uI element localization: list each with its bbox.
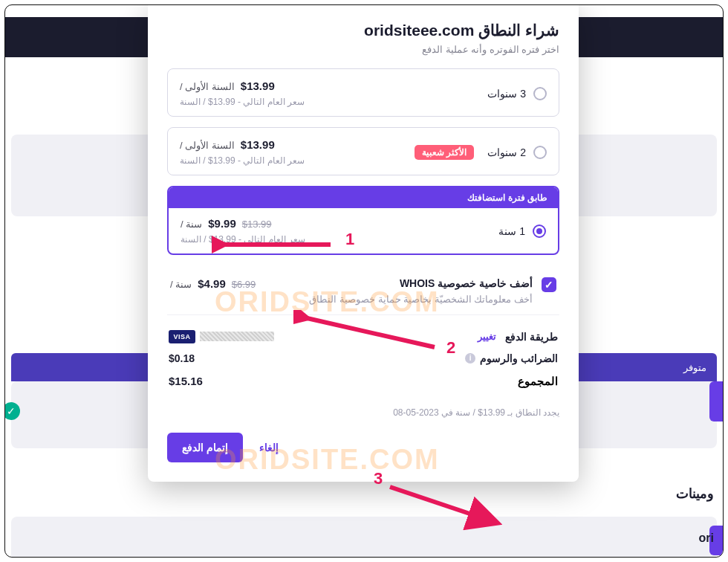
renewal-note: يجدد النطاق بـ 13.99$ / سنة في 2023-05-0… [167, 407, 559, 418]
modal-actions: إلغاء إتمام الدفع [167, 433, 559, 462]
payment-method-row: طريقة الدفع تغيير VISA [167, 326, 559, 348]
plan-price: $13.99 [241, 80, 275, 92]
plan-option-1yr[interactable]: طابق فترة استضافتك 1 سنة $13.99 $9.99 سن… [167, 186, 559, 255]
modal-subtitle: اختر فتره الفوتره وأنه عملية الدفع [167, 44, 559, 55]
plan-old-price: $13.99 [242, 219, 272, 230]
whois-privacy-addon: أضف خاصية خصوصية WHOIS أخف معلوماتك الشخ… [167, 265, 559, 315]
background-label: ومينات [676, 485, 714, 502]
plan-price: $9.99 [208, 217, 236, 230]
plan-option-2yr[interactable]: 2 سنوات الأكثر شعبية $13.99 السنة الأولى… [167, 127, 559, 175]
plan-banner: طابق فترة استضافتك [169, 187, 558, 208]
submit-payment-button[interactable]: إتمام الدفع [167, 433, 243, 462]
plan-price: $13.99 [241, 138, 275, 151]
radio-icon[interactable] [533, 146, 547, 159]
whois-checkbox[interactable] [542, 277, 556, 292]
purchase-domain-modal: شراء النطاق oridsiteee.com اختر فتره الف… [148, 5, 579, 482]
background-button [709, 381, 724, 422]
modal-title: شراء النطاق oridsiteee.com [167, 22, 559, 39]
info-icon[interactable]: i [465, 353, 475, 364]
plan-renewal-note: سعر العام التالي - 13.99$ / السنة [180, 155, 305, 166]
visa-icon: VISA [169, 330, 195, 343]
check-icon [4, 402, 20, 420]
plan-label: 1 سنة [498, 225, 525, 237]
background-text: ori [699, 532, 714, 545]
total-value: $15.16 [169, 375, 203, 388]
whois-description: أخف معلوماتك الشخصيّة بخاصية حماية خصوصي… [276, 292, 533, 307]
tax-value: $0.18 [169, 352, 195, 364]
whois-price: $4.99 [198, 277, 226, 290]
whois-title: أضف خاصية خصوصية WHOIS [276, 277, 533, 289]
cancel-button[interactable]: إلغاء [259, 442, 279, 453]
change-payment-link[interactable]: تغيير [478, 331, 496, 342]
radio-icon[interactable] [533, 87, 547, 100]
whois-old-price: $6.99 [232, 279, 256, 290]
background-panel [11, 517, 717, 558]
plan-option-3yr[interactable]: 3 سنوات $13.99 السنة الأولى / سعر العام … [167, 68, 559, 117]
plan-label: 2 سنوات [487, 146, 526, 158]
tax-row: الضرائب والرسوم i $0.18 [167, 348, 559, 369]
plan-renewal-note: سعر العام التالي - 13.99$ / السنة [181, 234, 305, 245]
popular-badge: الأكثر شعبية [415, 145, 474, 160]
card-number-masked [200, 332, 274, 341]
plan-renewal-note: سعر العام التالي - 13.99$ / السنة [180, 97, 305, 107]
radio-icon[interactable] [533, 225, 546, 238]
total-row: المجموع $15.16 [167, 369, 559, 390]
plan-label: 3 سنوات [487, 88, 526, 100]
